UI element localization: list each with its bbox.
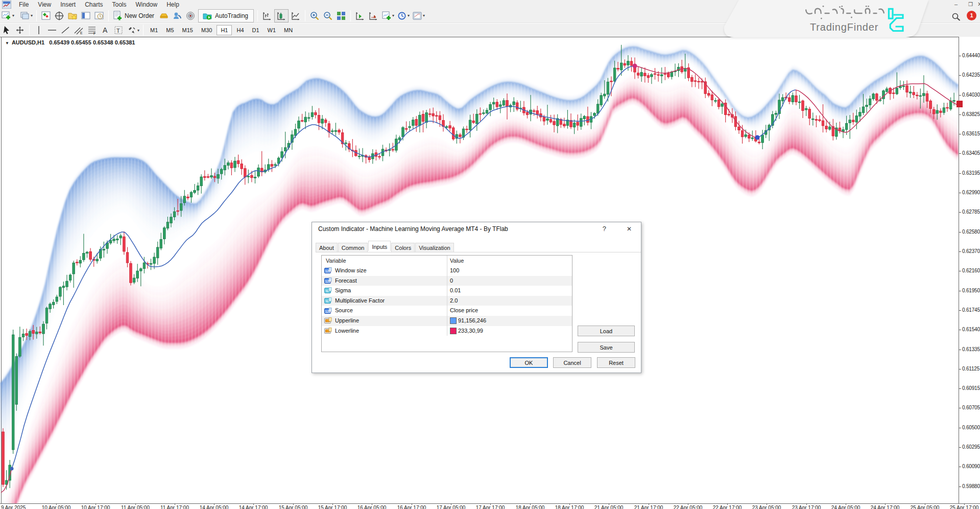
svg-text:TradingFinder: TradingFinder <box>810 21 878 33</box>
svg-text:½: ½ <box>325 289 328 293</box>
svg-text:123: 123 <box>325 269 331 273</box>
svg-text:123: 123 <box>325 279 331 283</box>
svg-text:123: 123 <box>325 309 331 313</box>
svg-text:½: ½ <box>325 299 328 303</box>
